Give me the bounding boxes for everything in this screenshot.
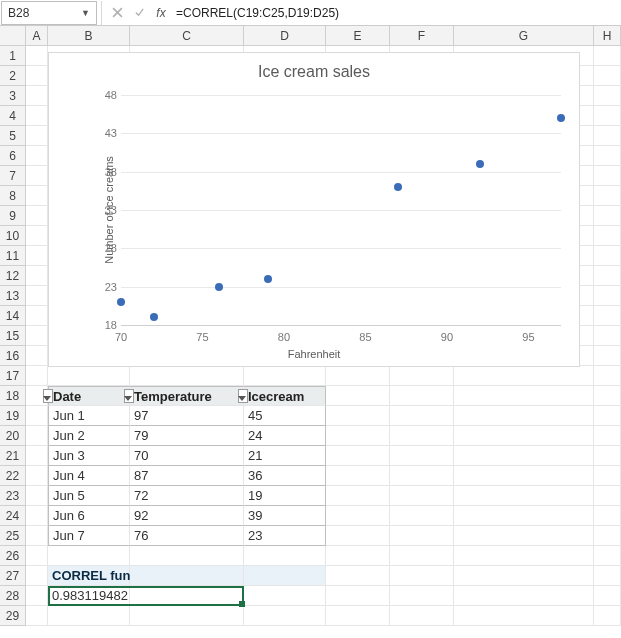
cell[interactable]: Jun 4 [48, 466, 130, 486]
cell[interactable] [326, 466, 390, 486]
cell[interactable] [26, 366, 48, 386]
cell[interactable] [594, 526, 621, 546]
correl-result[interactable]: 0.983119482 [48, 586, 130, 606]
cell[interactable]: 76 [130, 526, 244, 546]
filter-dropdown-icon[interactable] [238, 389, 248, 403]
row-header[interactable]: 7 [0, 166, 26, 186]
cell[interactable] [594, 126, 621, 146]
cell[interactable] [454, 386, 594, 406]
cell[interactable] [594, 406, 621, 426]
row-header[interactable]: 20 [0, 426, 26, 446]
cell[interactable]: 21 [244, 446, 326, 466]
cell[interactable] [326, 446, 390, 466]
cell[interactable] [26, 546, 48, 566]
cell[interactable] [390, 566, 454, 586]
cell[interactable] [26, 526, 48, 546]
row-header[interactable]: 26 [0, 546, 26, 566]
cell[interactable]: Icecream [244, 386, 326, 406]
column-header[interactable]: C [130, 26, 244, 45]
row-header[interactable]: 19 [0, 406, 26, 426]
cell[interactable] [390, 446, 454, 466]
cell[interactable] [26, 306, 48, 326]
cells-area[interactable]: 123456789101112131415161718DateTemperatu… [0, 46, 621, 626]
cell[interactable] [130, 566, 244, 586]
cell[interactable]: 36 [244, 466, 326, 486]
cell[interactable] [26, 466, 48, 486]
cell[interactable] [454, 586, 594, 606]
cell[interactable] [326, 506, 390, 526]
cell[interactable] [130, 606, 244, 626]
cell[interactable] [594, 206, 621, 226]
row-header[interactable]: 17 [0, 366, 26, 386]
cell[interactable] [594, 386, 621, 406]
cell[interactable]: 23 [244, 526, 326, 546]
row-header[interactable]: 5 [0, 126, 26, 146]
cell[interactable] [594, 346, 621, 366]
cell[interactable] [244, 586, 326, 606]
cell[interactable] [326, 426, 390, 446]
cell[interactable] [26, 586, 48, 606]
cell[interactable] [390, 466, 454, 486]
column-header[interactable]: B [48, 26, 130, 45]
cell[interactable] [594, 466, 621, 486]
cell[interactable] [130, 366, 244, 386]
cell[interactable] [244, 606, 326, 626]
cell[interactable] [390, 406, 454, 426]
cell[interactable] [594, 366, 621, 386]
cell[interactable] [130, 546, 244, 566]
cell[interactable] [326, 366, 390, 386]
cell[interactable] [390, 506, 454, 526]
cell[interactable] [130, 586, 244, 606]
row-header[interactable]: 6 [0, 146, 26, 166]
cell[interactable] [26, 286, 48, 306]
cell[interactable] [390, 526, 454, 546]
cell[interactable] [594, 426, 621, 446]
row-header[interactable]: 11 [0, 246, 26, 266]
cell[interactable]: 92 [130, 506, 244, 526]
cell[interactable] [390, 586, 454, 606]
section-header[interactable]: CORREL function [48, 566, 130, 586]
cell[interactable] [244, 546, 326, 566]
chart[interactable]: Ice cream salesNumber of ice creamsFahre… [48, 52, 580, 367]
row-header[interactable]: 15 [0, 326, 26, 346]
enter-formula-button[interactable] [128, 2, 150, 24]
cell[interactable] [26, 66, 48, 86]
cell[interactable] [244, 566, 326, 586]
cell[interactable] [26, 86, 48, 106]
cell[interactable] [390, 386, 454, 406]
column-header[interactable]: F [390, 26, 454, 45]
row-header[interactable]: 23 [0, 486, 26, 506]
cell[interactable]: 72 [130, 486, 244, 506]
cell[interactable] [594, 306, 621, 326]
cell[interactable] [326, 586, 390, 606]
row-header[interactable]: 16 [0, 346, 26, 366]
cell[interactable] [390, 546, 454, 566]
cell[interactable] [594, 166, 621, 186]
cell[interactable] [594, 186, 621, 206]
cell[interactable] [326, 386, 390, 406]
cell[interactable]: Jun 7 [48, 526, 130, 546]
cell[interactable] [26, 506, 48, 526]
cell[interactable]: 45 [244, 406, 326, 426]
cell[interactable] [594, 566, 621, 586]
chevron-down-icon[interactable]: ▼ [81, 8, 90, 18]
cell[interactable] [26, 146, 48, 166]
cell[interactable] [594, 66, 621, 86]
cancel-formula-button[interactable] [106, 2, 128, 24]
cell[interactable] [594, 446, 621, 466]
row-header[interactable]: 27 [0, 566, 26, 586]
row-header[interactable]: 22 [0, 466, 26, 486]
row-header[interactable]: 28 [0, 586, 26, 606]
row-header[interactable]: 10 [0, 226, 26, 246]
cell[interactable] [594, 266, 621, 286]
cell[interactable] [594, 226, 621, 246]
cell[interactable]: 79 [130, 426, 244, 446]
cell[interactable]: 70 [130, 446, 244, 466]
cell[interactable] [454, 446, 594, 466]
cell[interactable] [26, 446, 48, 466]
row-header[interactable]: 29 [0, 606, 26, 626]
cell[interactable] [26, 406, 48, 426]
cell[interactable] [326, 606, 390, 626]
cell[interactable] [326, 546, 390, 566]
cell[interactable] [326, 526, 390, 546]
